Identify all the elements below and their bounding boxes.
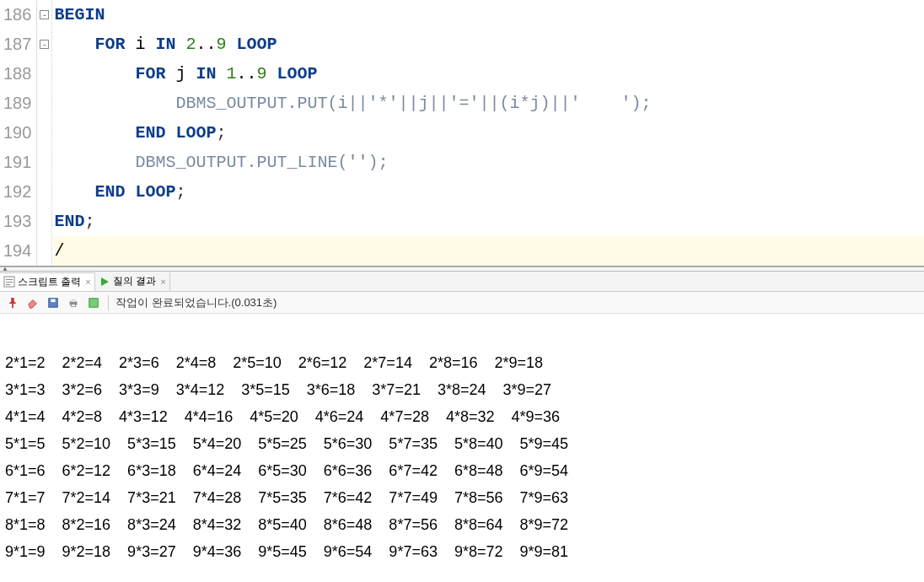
svg-marker-4 xyxy=(101,278,109,286)
line-number: 188 xyxy=(3,59,31,89)
toolbar-separator xyxy=(108,295,109,310)
save-icon[interactable] xyxy=(46,295,61,310)
close-icon[interactable]: × xyxy=(83,277,90,287)
code-line[interactable]: BEGIN xyxy=(54,0,924,30)
svg-rect-2 xyxy=(6,282,13,283)
svg-rect-10 xyxy=(89,298,99,307)
line-number: 186 xyxy=(3,0,31,30)
tab-label: 질의 결과 xyxy=(113,274,156,288)
code-line[interactable]: END LOOP; xyxy=(54,118,924,148)
line-number-gutter: 186187188189190191192193194 xyxy=(0,0,37,266)
query-result-icon xyxy=(99,276,110,288)
svg-rect-8 xyxy=(71,299,75,302)
tab-query-result[interactable]: 질의 결과× xyxy=(95,272,170,291)
line-number: 187 xyxy=(3,30,31,59)
close-icon[interactable]: × xyxy=(158,277,165,287)
code-editor[interactable]: 186187188189190191192193194 -- BEGIN FOR… xyxy=(0,0,924,267)
tab-script-output[interactable]: 스크립트 출력× xyxy=(0,272,95,291)
script-output-icon xyxy=(3,276,15,288)
code-area[interactable]: BEGIN FOR i IN 2..9 LOOP FOR j IN 1..9 L… xyxy=(52,0,924,266)
fold-toggle-icon[interactable]: - xyxy=(40,10,49,19)
code-line[interactable]: DBMS_OUTPUT.PUT(i||'*'||j||'='||(i*j)||'… xyxy=(54,89,924,118)
pane-splitter[interactable] xyxy=(0,267,924,272)
fold-toggle-icon[interactable]: - xyxy=(40,40,49,49)
print-icon[interactable] xyxy=(66,295,81,310)
code-line[interactable]: END LOOP; xyxy=(54,177,924,207)
line-number: 192 xyxy=(3,177,31,207)
code-line[interactable]: / xyxy=(54,236,924,266)
code-line[interactable]: END; xyxy=(54,207,924,236)
code-line[interactable]: FOR j IN 1..9 LOOP xyxy=(54,59,924,89)
output-tabs: 스크립트 출력×질의 결과× xyxy=(0,272,924,292)
svg-rect-6 xyxy=(51,299,55,302)
output-toolbar: 작업이 완료되었습니다.(0.031초) xyxy=(0,292,924,314)
sql-icon[interactable] xyxy=(86,295,101,310)
svg-rect-9 xyxy=(71,304,75,306)
eraser-icon[interactable] xyxy=(25,295,40,310)
line-number: 190 xyxy=(3,118,31,148)
fold-gutter[interactable]: -- xyxy=(37,0,52,266)
line-number: 193 xyxy=(3,207,31,236)
tab-label: 스크립트 출력 xyxy=(18,275,81,289)
line-number: 194 xyxy=(3,236,31,266)
line-number: 191 xyxy=(3,148,31,177)
pin-icon[interactable] xyxy=(5,295,20,310)
code-line[interactable]: FOR i IN 2..9 LOOP xyxy=(54,30,924,59)
code-line[interactable]: DBMS_OUTPUT.PUT_LINE(''); xyxy=(54,148,924,177)
status-message: 작업이 완료되었습니다.(0.031초) xyxy=(116,295,277,310)
line-number: 189 xyxy=(3,89,31,118)
script-output: 2*1=2 2*2=4 2*3=6 2*4=8 2*5=10 2*6=12 2*… xyxy=(0,314,924,574)
svg-rect-3 xyxy=(6,284,10,285)
svg-rect-1 xyxy=(6,279,13,280)
